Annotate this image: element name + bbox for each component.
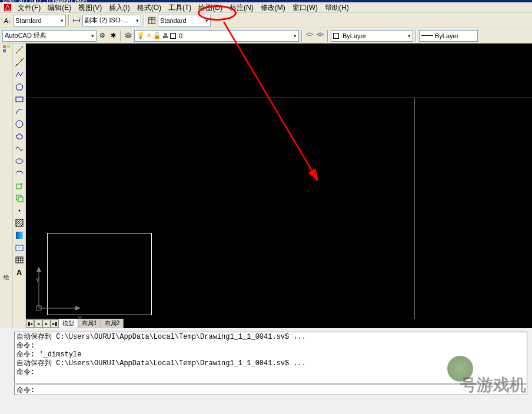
arc-tool[interactable] [14, 106, 25, 117]
workspace-settings-icon[interactable]: ⚙ [98, 31, 107, 41]
plot-icon: 🖶 [162, 32, 169, 39]
menu-modify[interactable]: 修改(M) [257, 2, 289, 13]
gradient-tool[interactable] [14, 230, 25, 241]
menu-format[interactable]: 格式(O) [134, 2, 165, 13]
tab-first-button[interactable]: ▮◂ [26, 319, 34, 328]
layer-value: 0 [179, 32, 182, 39]
command-history[interactable]: 自动保存到 C:\Users\OURUI\AppData\Local\Temp\… [14, 332, 527, 383]
layer-off-icon[interactable] [305, 31, 314, 41]
separator [301, 30, 302, 42]
cmd-line: 自动保存到 C:\Users\OURUI\AppData\Local\Temp\… [16, 359, 525, 368]
color-swatch [333, 33, 339, 39]
tab-model[interactable]: 模型 [59, 319, 78, 328]
layer-control-dropdown[interactable]: 💡 ☀ 🔓 🖶 0 ▾ [134, 30, 299, 42]
command-prompt-label: 命令: [16, 385, 35, 395]
region-tool[interactable] [14, 242, 25, 253]
svg-point-29 [18, 246, 21, 249]
menu-edit[interactable]: 编辑(E) [44, 2, 75, 13]
svg-rect-30 [16, 257, 23, 263]
svg-line-25 [18, 222, 23, 226]
mtext-tool[interactable]: A [14, 267, 25, 278]
table-tool[interactable] [14, 255, 25, 265]
ucs-icon [33, 261, 86, 314]
layer-prev-icon[interactable] [315, 31, 325, 41]
lightbulb-icon: 💡 [137, 32, 145, 39]
svg-rect-8 [3, 49, 6, 52]
tab-next-button[interactable]: ▸ [42, 319, 51, 328]
separator [415, 30, 417, 42]
palette-icon[interactable] [2, 45, 11, 53]
svg-rect-7 [7, 45, 10, 48]
polygon-tool[interactable] [14, 82, 25, 92]
dim-style-value: 副本 (2) ISO-… [85, 16, 129, 25]
ellipse-arc-tool[interactable] [14, 168, 25, 179]
svg-rect-17 [16, 184, 21, 189]
tab-layout1[interactable]: 布局1 [78, 319, 101, 328]
svg-line-11 [15, 58, 24, 66]
spline-tool[interactable] [14, 143, 25, 154]
command-input[interactable]: 命令: [14, 385, 527, 395]
point-tool[interactable] [14, 205, 25, 216]
menu-window[interactable]: 窗口(W) [289, 2, 321, 13]
toolbar-row-1: A Standard▾ 副本 (2) ISO-…▾ Standard▾ [0, 13, 532, 28]
separator [327, 30, 328, 42]
linetype-dropdown[interactable]: ByLayer ▾ [331, 30, 413, 42]
tab-last-button[interactable]: ▸▮ [51, 319, 59, 328]
rectangle-tool[interactable] [14, 94, 25, 105]
insert-block-tool[interactable] [14, 181, 25, 191]
svg-point-16 [16, 159, 23, 163]
menu-insert[interactable]: 插入(I) [105, 2, 133, 13]
make-block-tool[interactable] [14, 193, 25, 203]
ellipse-tool[interactable] [14, 156, 25, 166]
table-style-dropdown[interactable]: Standard▾ [158, 15, 211, 26]
svg-text:A: A [16, 268, 22, 277]
separator [120, 30, 121, 42]
dim-style-icon[interactable] [72, 16, 81, 25]
layer-manager-icon[interactable] [124, 31, 133, 41]
svg-rect-6 [3, 45, 6, 48]
svg-rect-9 [7, 49, 10, 52]
dim-style-dropdown[interactable]: 副本 (2) ISO-…▾ [82, 15, 141, 26]
hatch-tool[interactable] [14, 218, 25, 228]
menu-dimension[interactable]: 标注(N) [226, 2, 257, 13]
table-style-value: Standard [160, 17, 187, 24]
menu-help[interactable]: 帮助(H) [321, 2, 353, 13]
text-style-icon[interactable]: A [2, 16, 12, 25]
polyline-tool[interactable] [14, 69, 25, 80]
separator [68, 15, 69, 26]
table-style-icon[interactable] [147, 16, 157, 25]
svg-rect-19 [18, 197, 23, 202]
menu-tools[interactable]: 工具(T) [165, 2, 195, 13]
cmd-line: 命令: '_dimstyle [16, 350, 525, 359]
revision-cloud-tool[interactable] [14, 131, 25, 142]
menu-view[interactable]: 视图(V) [75, 2, 105, 13]
line-tool[interactable] [14, 45, 25, 55]
workspace-gear-icon[interactable]: ✱ [108, 31, 118, 41]
cmd-line: 命令: [16, 368, 525, 377]
workspace-dropdown[interactable]: AutoCAD 经典▾ [2, 30, 97, 42]
svg-text:A: A [4, 16, 8, 24]
sun-icon: ☀ [146, 32, 152, 39]
svg-point-15 [16, 121, 23, 128]
text-style-dropdown[interactable]: Standard▾ [13, 15, 66, 26]
menu-file[interactable]: 文件(F) [14, 2, 44, 13]
separator [144, 15, 145, 26]
svg-rect-27 [16, 232, 23, 239]
menu-bar: 文件(F) 编辑(E) 视图(V) 插入(I) 格式(O) 工具(T) 绘图(D… [0, 2, 532, 13]
svg-line-10 [16, 46, 23, 54]
tab-layout2[interactable]: 布局2 [101, 319, 124, 328]
circle-tool[interactable] [14, 119, 25, 129]
svg-line-22 [16, 219, 18, 222]
lineweight-dropdown[interactable]: ByLayer [419, 30, 478, 42]
main-area: 绘 A Y X [0, 44, 532, 328]
layer-color-swatch [170, 33, 176, 39]
menu-draw[interactable]: 绘图(D) [195, 2, 226, 13]
drawing-canvas[interactable]: Y X ▮◂ ◂ ▸ ▸▮ 模型 布局1 布局2 [26, 44, 532, 328]
construction-line-tool[interactable] [14, 57, 25, 68]
workspace-value: AutoCAD 经典 [5, 31, 46, 40]
lineweight-value: ByLayer [435, 32, 458, 39]
app-icon [4, 4, 12, 12]
svg-line-26 [21, 224, 23, 226]
model-tabs: ▮◂ ◂ ▸ ▸▮ 模型 布局1 布局2 [26, 319, 124, 328]
tab-prev-button[interactable]: ◂ [34, 319, 42, 328]
